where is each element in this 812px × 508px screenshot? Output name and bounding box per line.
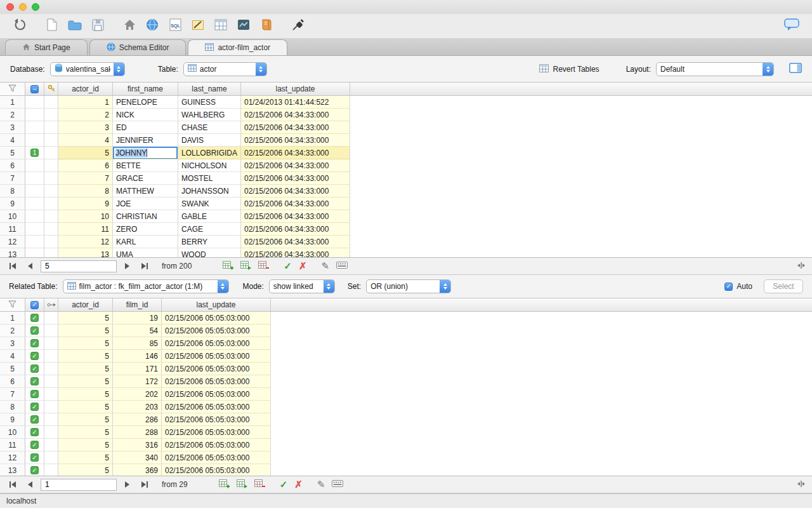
table-row[interactable]: 11✓531602/15/2006 05:05:03:000 bbox=[0, 439, 812, 451]
cell-actor-id[interactable]: 10 bbox=[58, 210, 113, 223]
row-number[interactable]: 5 bbox=[0, 147, 25, 159]
select-all-checkbox[interactable]: – bbox=[25, 83, 44, 95]
cell-last-name[interactable]: LOLLOBRIGIDA bbox=[178, 147, 241, 159]
cell-first-name[interactable]: PENELOPE bbox=[113, 96, 178, 109]
cell-actor-id[interactable]: 5 bbox=[58, 375, 113, 388]
table-row[interactable]: 12✓534002/15/2006 05:05:03:000 bbox=[0, 451, 812, 464]
select-button[interactable]: Select bbox=[764, 279, 803, 293]
cell-first-name[interactable]: CHRISTIAN bbox=[113, 210, 178, 223]
cell-last-update[interactable]: 02/15/2006 04:34:33:000 bbox=[241, 236, 350, 248]
form-view-button[interactable] bbox=[332, 480, 343, 489]
row-number[interactable]: 1 bbox=[0, 312, 25, 324]
cell-editor[interactable]: JOHNNY bbox=[113, 147, 178, 159]
cell-actor-id[interactable]: 5 bbox=[58, 324, 113, 337]
table-row[interactable]: 2✓55402/15/2006 05:05:03:000 bbox=[0, 324, 812, 337]
row-number[interactable]: 7 bbox=[0, 172, 25, 185]
row-checkbox[interactable]: ✓ bbox=[30, 326, 39, 335]
table-row[interactable]: 11PENELOPEGUINESS01/24/2013 01:41:44:522 bbox=[0, 96, 812, 109]
cell-last-update[interactable]: 02/15/2006 05:05:03:000 bbox=[162, 375, 271, 388]
column-header-last-update[interactable]: last_update bbox=[241, 83, 350, 95]
cell-first-name[interactable]: JOE bbox=[113, 197, 178, 210]
last-record-button[interactable] bbox=[138, 479, 151, 490]
cell-first-name[interactable]: JENNIFER bbox=[113, 134, 178, 147]
table-row[interactable]: 66BETTENICHOLSON02/15/2006 04:34:33:000 bbox=[0, 159, 812, 172]
row-number[interactable]: 3 bbox=[0, 337, 25, 350]
cell-first-name[interactable]: NICK bbox=[113, 109, 178, 121]
sql-editor-button[interactable]: SQL bbox=[164, 17, 187, 36]
cell-film-id[interactable]: 316 bbox=[113, 439, 162, 451]
table-row[interactable]: 6✓517202/15/2006 05:05:03:000 bbox=[0, 375, 812, 388]
add-record-button[interactable] bbox=[223, 261, 233, 272]
row-checkbox[interactable]: ✓ bbox=[30, 415, 39, 424]
cell-last-name[interactable]: MOSTEL bbox=[178, 172, 241, 185]
cell-actor-id[interactable]: 4 bbox=[58, 134, 113, 147]
delete-record-button[interactable] bbox=[258, 261, 269, 272]
discard-changes-button[interactable]: ✗ bbox=[294, 479, 303, 490]
cell-actor-id[interactable]: 5 bbox=[58, 401, 113, 413]
cell-last-update[interactable]: 02/15/2006 05:05:03:000 bbox=[162, 401, 271, 413]
delete-record-button[interactable] bbox=[254, 479, 265, 490]
row-number[interactable]: 7 bbox=[0, 388, 25, 401]
table-row[interactable]: 22NICKWAHLBERG02/15/2006 04:34:33:000 bbox=[0, 109, 812, 121]
edit-record-button[interactable]: ✎ bbox=[322, 260, 330, 272]
cell-last-update[interactable]: 02/15/2006 04:34:33:000 bbox=[241, 109, 350, 121]
cell-actor-id[interactable]: 7 bbox=[58, 172, 113, 185]
cell-actor-id[interactable]: 5 bbox=[58, 363, 113, 375]
row-marker-cell[interactable] bbox=[25, 159, 44, 172]
cell-actor-id[interactable]: 5 bbox=[58, 337, 113, 350]
cell-film-id[interactable]: 171 bbox=[113, 363, 162, 375]
zoom-window-button[interactable] bbox=[32, 3, 39, 11]
row-checkbox-cell[interactable]: ✓ bbox=[25, 388, 44, 401]
row-checkbox[interactable]: ✓ bbox=[30, 403, 39, 411]
cell-last-update[interactable]: 02/15/2006 05:05:03:000 bbox=[162, 324, 271, 337]
cell-actor-id[interactable]: 3 bbox=[58, 121, 113, 134]
cell-actor-id[interactable]: 5 bbox=[58, 312, 113, 324]
cell-last-update[interactable]: 02/15/2006 04:34:33:000 bbox=[241, 197, 350, 210]
cell-actor-id[interactable]: 5 bbox=[58, 413, 113, 426]
add-record-button[interactable] bbox=[219, 479, 230, 490]
cell-actor-id[interactable]: 5 bbox=[58, 426, 113, 439]
row-number[interactable]: 4 bbox=[0, 350, 25, 363]
cell-actor-id[interactable]: 5 bbox=[58, 464, 113, 476]
record-position-input[interactable] bbox=[41, 260, 117, 272]
row-number[interactable]: 9 bbox=[0, 413, 25, 426]
cell-first-name[interactable]: UMA bbox=[113, 248, 178, 257]
database-select[interactable]: valentina_sakila bbox=[50, 62, 125, 76]
tab-start-page[interactable]: Start Page bbox=[5, 39, 88, 55]
table-row[interactable]: 3✓58502/15/2006 05:05:03:000 bbox=[0, 337, 812, 350]
row-checkbox-cell[interactable]: ✓ bbox=[25, 413, 44, 426]
row-marker-cell[interactable] bbox=[25, 210, 44, 223]
cell-last-update[interactable]: 02/15/2006 05:05:03:000 bbox=[162, 363, 271, 375]
cell-last-name[interactable]: GUINESS bbox=[178, 96, 241, 109]
start-page-button[interactable] bbox=[118, 17, 141, 36]
row-marker-cell[interactable] bbox=[25, 185, 44, 197]
row-checkbox[interactable]: ✓ bbox=[30, 428, 39, 436]
cell-actor-id[interactable]: 5 bbox=[58, 388, 113, 401]
cell-last-update[interactable]: 02/15/2006 05:05:03:000 bbox=[162, 426, 271, 439]
cell-film-id[interactable]: 85 bbox=[113, 337, 162, 350]
cell-actor-id[interactable]: 12 bbox=[58, 236, 113, 248]
table-row[interactable]: 4✓514602/15/2006 05:05:03:000 bbox=[0, 350, 812, 363]
connection-button[interactable] bbox=[287, 17, 310, 36]
row-marker-cell[interactable] bbox=[25, 121, 44, 134]
column-header-first-name[interactable]: first_name bbox=[113, 83, 178, 95]
row-number[interactable]: 2 bbox=[0, 109, 25, 121]
cell-last-name[interactable]: CHASE bbox=[178, 121, 241, 134]
auto-checkbox[interactable]: ✓ Auto bbox=[724, 282, 752, 291]
row-checkbox[interactable]: ✓ bbox=[30, 441, 39, 449]
cell-last-update[interactable]: 02/15/2006 04:34:33:000 bbox=[241, 121, 350, 134]
cell-last-update[interactable]: 02/15/2006 04:34:33:000 bbox=[241, 147, 350, 159]
discard-changes-button[interactable]: ✗ bbox=[299, 260, 307, 272]
row-marker-cell[interactable] bbox=[25, 109, 44, 121]
edit-record-button[interactable]: ✎ bbox=[317, 479, 325, 490]
panel-toggle-button[interactable] bbox=[789, 63, 802, 75]
cell-last-name[interactable]: CAGE bbox=[178, 223, 241, 236]
cell-last-update[interactable]: 01/24/2013 01:41:44:522 bbox=[241, 96, 350, 109]
row-number[interactable]: 1 bbox=[0, 96, 25, 109]
cell-last-update[interactable]: 02/15/2006 04:34:33:000 bbox=[241, 223, 350, 236]
cell-last-update[interactable]: 02/15/2006 05:05:03:000 bbox=[162, 312, 271, 324]
cell-last-update[interactable]: 02/15/2006 04:34:33:000 bbox=[241, 210, 350, 223]
previous-record-button[interactable] bbox=[23, 260, 36, 272]
table-row[interactable]: 33EDCHASE02/15/2006 04:34:33:000 bbox=[0, 121, 812, 134]
cell-actor-id[interactable]: 8 bbox=[58, 185, 113, 197]
